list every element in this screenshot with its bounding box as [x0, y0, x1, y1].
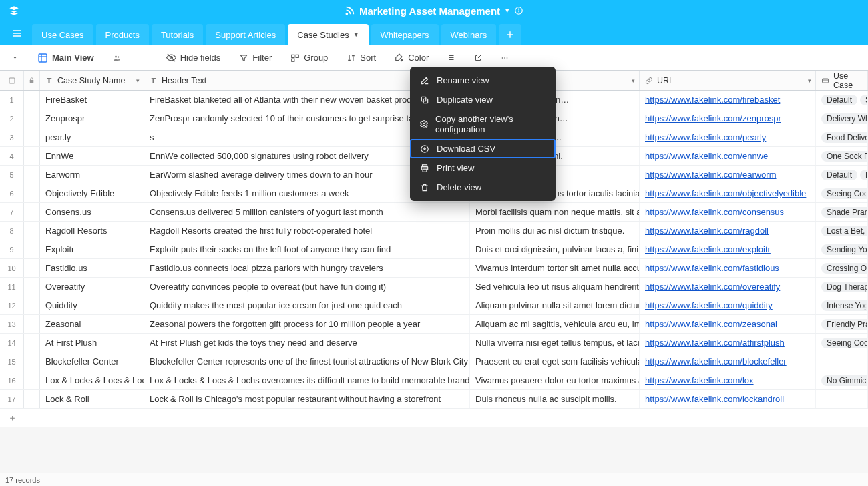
cell-body-text[interactable]: Aliquam ac mi sagittis, vehicula arcu eu… — [470, 315, 640, 333]
cell-use-case[interactable]: Shade Prank — [816, 203, 868, 221]
row-expand-handle[interactable] — [24, 91, 40, 109]
row-number[interactable]: 2 — [0, 109, 24, 128]
cell-body-text[interactable]: Nulla viverra nisi eget tellus tempus, e… — [470, 334, 640, 352]
cell-url[interactable]: https://www.fakelink.com/atfirstplush — [640, 334, 816, 352]
add-row-button[interactable]: ＋ — [0, 409, 868, 427]
cell-use-case[interactable] — [816, 390, 868, 408]
chevron-down-icon[interactable]: ▼ — [504, 7, 510, 14]
cell-header-text[interactable]: Zeasonal powers the forgotten gift proce… — [144, 315, 470, 333]
cell-url[interactable]: https://www.fakelink.com/overeatify — [640, 278, 816, 296]
row-height-button[interactable] — [443, 50, 459, 65]
tables-menu-icon[interactable] — [5, 21, 29, 45]
row-number[interactable]: 7 — [0, 203, 24, 221]
cell-body-text[interactable]: Vivamus interdum tortor sit amet nulla a… — [470, 259, 640, 277]
cell-use-case[interactable]: Delivery Whil — [816, 109, 868, 128]
cell-case-study-name[interactable]: Quiddity — [40, 296, 144, 314]
cell-use-case[interactable] — [816, 352, 868, 371]
cell-url-link[interactable]: https://www.fakelink.com/quiddity — [645, 300, 773, 310]
table-row[interactable]: 11OvereatifyOvereatify convinces people … — [0, 278, 868, 296]
cell-use-case[interactable]: Crossing Off — [816, 259, 868, 277]
cell-body-text[interactable]: Duis et orci dignissim, pulvinar lacus a… — [470, 240, 640, 258]
row-number[interactable]: 9 — [0, 240, 24, 258]
use-case-chip[interactable]: Delivery Whil — [821, 113, 868, 124]
cell-case-study-name[interactable]: Earworm — [40, 166, 144, 184]
table-row[interactable]: 12QuiddityQuiddity makes the most popula… — [0, 296, 868, 315]
row-number[interactable]: 13 — [0, 315, 24, 333]
cell-body-text[interactable]: Duis rhoncus nulla ac suscipit mollis. — [470, 390, 640, 408]
use-case-chip[interactable]: Food Delivery — [821, 132, 868, 143]
use-case-chip[interactable]: Sending Your — [821, 244, 868, 255]
cell-header-text[interactable]: At First Plush get kids the toys they ne… — [144, 334, 470, 352]
use-case-chip[interactable]: Seeing Cool C — [821, 188, 868, 199]
row-number[interactable]: 17 — [0, 390, 24, 408]
cell-url[interactable]: https://www.fakelink.com/fastidious — [640, 259, 816, 277]
cell-case-study-name[interactable]: At First Plush — [40, 334, 144, 352]
cell-url-link[interactable]: https://www.fakelink.com/ennwe — [645, 151, 768, 161]
use-case-chip[interactable]: Lost a Bet, At — [821, 226, 868, 236]
cell-case-study-name[interactable]: EnnWe — [40, 147, 144, 165]
cell-url[interactable]: https://www.fakelink.com/earworm — [640, 166, 816, 184]
cell-url-link[interactable]: https://www.fakelink.com/exploitr — [645, 244, 771, 254]
menu-item-download[interactable]: Download CSV — [410, 139, 556, 158]
row-expand-handle[interactable] — [24, 147, 40, 165]
cell-use-case[interactable]: No Gimmicks — [816, 371, 868, 389]
use-case-chip[interactable]: Intense Yogu — [821, 300, 868, 311]
column-header-use-case[interactable]: Use Case — [816, 71, 868, 90]
cell-url[interactable]: https://www.fakelink.com/zeasonal — [640, 315, 816, 333]
chevron-down-icon[interactable]: ▾ — [136, 77, 140, 84]
cell-case-study-name[interactable]: FireBasket — [40, 91, 144, 109]
row-number[interactable]: 3 — [0, 128, 24, 146]
row-expand-handle[interactable] — [24, 203, 40, 221]
row-expand-handle[interactable] — [24, 128, 40, 146]
cell-url[interactable]: https://www.fakelink.com/objectivelyedib… — [640, 184, 816, 202]
cell-url[interactable]: https://www.fakelink.com/pearly — [640, 128, 816, 146]
row-expand-handle[interactable] — [24, 296, 40, 314]
cell-url[interactable]: https://www.fakelink.com/blockefeller — [640, 352, 816, 371]
share-view-button[interactable] — [470, 51, 486, 65]
cell-header-text[interactable]: Overeatify convinces people to overeat (… — [144, 278, 470, 296]
row-expand-handle[interactable] — [24, 352, 40, 371]
row-expand-handle[interactable] — [24, 334, 40, 352]
tab-tutorials[interactable]: Tutorials — [152, 24, 203, 45]
cell-case-study-name[interactable]: Blockefeller Center — [40, 352, 144, 371]
cell-header-text[interactable]: Lock & Roll is Chicago's most popular re… — [144, 390, 470, 408]
row-expand-handle[interactable] — [24, 109, 40, 128]
hide-fields-button[interactable]: Hide fields — [162, 50, 225, 65]
cell-use-case[interactable]: Intense Yogu — [816, 296, 868, 314]
chevron-down-icon[interactable]: ▼ — [353, 31, 359, 38]
group-button[interactable]: Group — [286, 50, 332, 65]
cell-url[interactable]: https://www.fakelink.com/quiddity — [640, 296, 816, 314]
table-row[interactable]: 7Consens.usConsens.us delivered 5 millio… — [0, 203, 868, 222]
cell-url-link[interactable]: https://www.fakelink.com/earworm — [645, 170, 777, 180]
cell-url[interactable]: https://www.fakelink.com/consensus — [640, 203, 816, 221]
table-row[interactable]: 9ExploitrExploitr puts their socks on th… — [0, 240, 868, 259]
cell-use-case[interactable]: Seeing Cool C — [816, 184, 868, 202]
table-row[interactable]: 16Lox & Locks & Locs & Loc…Lox & Locks &… — [0, 371, 868, 390]
row-number[interactable]: 14 — [0, 334, 24, 352]
row-number[interactable]: 12 — [0, 296, 24, 314]
use-case-chip[interactable]: Dog Therapy — [821, 282, 868, 292]
cell-url[interactable]: https://www.fakelink.com/lox — [640, 371, 816, 389]
row-number[interactable]: 16 — [0, 371, 24, 389]
cell-body-text[interactable]: Proin mollis dui ac nisl dictum tristiqu… — [470, 222, 640, 240]
cell-body-text[interactable]: Vivamus posuere dolor eu tortor maximus … — [470, 371, 640, 389]
row-number[interactable]: 4 — [0, 147, 24, 165]
view-switcher[interactable]: Main View — [33, 50, 98, 66]
cell-header-text[interactable]: Lox & Locks & Locs & Lochs overcomes its… — [144, 371, 470, 389]
row-number[interactable]: 1 — [0, 91, 24, 109]
row-number[interactable]: 10 — [0, 259, 24, 277]
cell-case-study-name[interactable]: Zeasonal — [40, 315, 144, 333]
row-number[interactable]: 6 — [0, 184, 24, 202]
cell-case-study-name[interactable]: Overeatify — [40, 278, 144, 296]
cell-url[interactable]: https://www.fakelink.com/ragdoll — [640, 222, 816, 240]
sort-button[interactable]: Sort — [343, 50, 380, 65]
cell-url[interactable]: https://www.fakelink.com/exploitr — [640, 240, 816, 258]
cell-body-text[interactable]: Aliquam pulvinar nulla sit amet lorem di… — [470, 296, 640, 314]
cell-url-link[interactable]: https://www.fakelink.com/objectivelyedib… — [645, 188, 806, 198]
row-expand-handle[interactable] — [24, 315, 40, 333]
cell-use-case[interactable]: Friendly Pran — [816, 315, 868, 333]
row-expand-handle[interactable] — [24, 184, 40, 202]
cell-case-study-name[interactable]: Ragdoll Resorts — [40, 222, 144, 240]
cell-url[interactable]: https://www.fakelink.com/ennwe — [640, 147, 816, 165]
row-number[interactable]: 8 — [0, 222, 24, 240]
